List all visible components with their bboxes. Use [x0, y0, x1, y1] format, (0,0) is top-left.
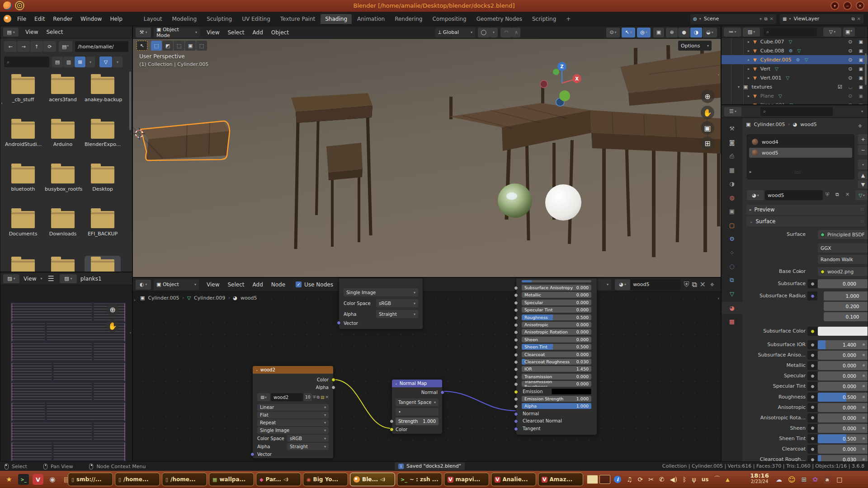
display-horizontal-list-button[interactable]: ▥: [63, 56, 74, 67]
workspace-tab-plus[interactable]: +: [561, 14, 575, 24]
bsdf-slider-transmission[interactable]: Transmission0.000: [522, 374, 591, 380]
node-image-texture-partial[interactable]: Single Image▾ Color Space sRGB▾ Alpha St…: [339, 278, 423, 329]
pin-icon[interactable]: ⌖: [760, 16, 762, 22]
back-button[interactable]: ←: [4, 41, 17, 52]
socket-button[interactable]: [807, 393, 817, 402]
keyframe-dot[interactable]: [863, 427, 865, 429]
folder-desktop[interactable]: Desktop: [85, 166, 121, 192]
object-icon[interactable]: ▼: [753, 94, 757, 99]
gizmos-toggle-button[interactable]: ↖▾: [622, 28, 635, 38]
properties-tab-constraints[interactable]: ⧉: [722, 274, 742, 286]
properties-search-input[interactable]: ⌕: [760, 107, 833, 116]
bsdf-tangent-socket[interactable]: [514, 427, 518, 431]
menu-edit[interactable]: Edit: [30, 16, 49, 22]
display-size-dropdown[interactable]: ▾: [86, 56, 95, 67]
taskbar-window-zsh[interactable]: >_~ : zsh ...: [397, 473, 442, 486]
folder-bluetooth[interactable]: bluetooth: [5, 166, 41, 192]
workspace-tab-animation[interactable]: Animation: [353, 14, 389, 24]
expand-icon[interactable]: ▸: [748, 40, 750, 44]
scene-selector[interactable]: ◍ ▾ Scene ⌖ ⧉ ✕: [690, 14, 776, 24]
folder-cb-stuff[interactable]: _cb_stuff: [5, 77, 41, 103]
tray-phone[interactable]: ✆: [659, 476, 665, 483]
expand-icon[interactable]: ▾: [738, 85, 740, 89]
viewport-menu-add[interactable]: Add: [249, 29, 267, 36]
copy-material-icon[interactable]: ⧉: [692, 280, 697, 289]
workspace-tab-texture-paint[interactable]: Texture Paint: [276, 14, 320, 24]
properties-tab-material[interactable]: ◕: [722, 302, 742, 314]
prop-slider-anisotropic[interactable]: 0.000: [818, 403, 868, 412]
taskbar-window-amaz[interactable]: VAmaz...: [538, 473, 583, 486]
mesh-data-icon[interactable]: ▽: [805, 57, 808, 62]
mesh-data-icon[interactable]: ▽: [797, 48, 801, 53]
workspace-tab-layout[interactable]: Layout: [139, 14, 167, 24]
folder-arduino[interactable]: Arduino: [45, 122, 81, 147]
folder-anakey-backup[interactable]: anakey-backup: [85, 77, 121, 103]
outliner-row-cube-008[interactable]: ▸▼Cube.008⚙▽⊙▣: [722, 46, 868, 55]
object-name[interactable]: Cylinder.005: [760, 57, 792, 63]
properties-tab-data[interactable]: ▽: [722, 288, 742, 300]
outliner-row-cube-007[interactable]: ▸▼Cube.007▽⊙▣: [722, 38, 868, 46]
modifier-wrench-icon[interactable]: ⚙: [789, 48, 793, 53]
tray-smiley[interactable]: ☺: [788, 475, 796, 484]
bsdf-slider-roughness[interactable]: Roughness0.500: [522, 314, 591, 320]
bsdf-normal-socket[interactable]: [514, 412, 518, 416]
properties-tab-texture[interactable]: ▩: [722, 315, 742, 328]
folder-partial[interactable]: [45, 256, 81, 272]
node-editor-menu-add[interactable]: Add: [249, 282, 267, 288]
mesh-data-icon[interactable]: ▽: [778, 94, 782, 99]
folder-blenderexpo[interactable]: BlenderExpo...: [85, 122, 121, 147]
bsdf-slider-emission-strength[interactable]: Emission Strength1.000: [522, 396, 591, 402]
launcher-video-app[interactable]: V: [33, 474, 43, 485]
workspace-tab-modeling[interactable]: Modeling: [168, 14, 202, 24]
wood2-dropdown-single-image[interactable]: Single Image▾: [257, 427, 329, 434]
tray-keyboard-layout[interactable]: us: [702, 476, 709, 483]
folder-partial[interactable]: [5, 256, 41, 272]
unlink-icon[interactable]: ✕: [325, 395, 329, 399]
file-browser-scrollbar[interactable]: [129, 71, 131, 130]
clock[interactable]: 18:16 2/23/24: [747, 472, 772, 484]
bsdf-slider-clearcoat-roughness[interactable]: Clearcoat Roughness0.030: [522, 359, 591, 365]
hide-eye-icon[interactable]: ⊙: [848, 66, 852, 72]
properties-tab-world[interactable]: ◍: [722, 192, 742, 204]
tray-weather[interactable]: ☁: [776, 476, 782, 483]
hide-eye-icon[interactable]: ⊙: [848, 93, 852, 99]
prop-slider-clearcoat-rough[interactable]: 0.030: [818, 455, 868, 461]
copy-icon[interactable]: ⧉: [764, 16, 767, 22]
bsdf-slider-transmission-roughness[interactable]: Transmission Roughness0.000: [522, 381, 591, 387]
mesh-data-icon[interactable]: ▽: [775, 66, 778, 71]
viewport-camera-button[interactable]: ▣: [701, 121, 714, 135]
workspace-tab-shading[interactable]: Shading: [321, 14, 352, 24]
bsdf-slider-anisotropic[interactable]: Anisotropic0.000: [522, 322, 591, 328]
bsdf-slider-metallic[interactable]: Metallic0.000: [522, 292, 591, 298]
node-editor-menu-view[interactable]: View: [203, 282, 223, 288]
visibility-dropdown[interactable]: ⊙▾: [606, 28, 620, 38]
snap-toggle-button[interactable]: ◯: [478, 28, 490, 38]
copy-icon[interactable]: ⧉: [317, 395, 320, 400]
select-mode-5-button[interactable]: ⬚: [196, 41, 207, 51]
viewport-zoom-button[interactable]: ⊕: [701, 89, 714, 103]
viewport-pan-button[interactable]: ✋: [701, 106, 714, 119]
image-source-dropdown[interactable]: Single Image▾: [344, 288, 418, 296]
sidebar-collapse-icon[interactable]: ‹: [717, 72, 719, 77]
bsdf-sheen-socket[interactable]: [514, 338, 518, 342]
holdout-icon[interactable]: ◡: [849, 84, 853, 89]
node-principled-bsdf[interactable]: Subsurface Anisotropy0.000Metallic0.000S…: [516, 278, 597, 435]
properties-tab-scene[interactable]: ◑: [722, 178, 742, 190]
tray-updates[interactable]: ⟳: [638, 476, 643, 483]
disable-render-camera-icon[interactable]: ▣: [859, 84, 863, 89]
folder-acers3fand[interactable]: acers3fand: [45, 77, 81, 103]
bsdf-slider-clearcoat[interactable]: Clearcoat0.000: [522, 352, 591, 357]
object-icon[interactable]: ▼: [753, 75, 757, 80]
open-image-icon[interactable]: ▤: [321, 395, 325, 399]
file-browser-expand-icon[interactable]: ›: [1, 101, 3, 105]
outliner-row-textures[interactable]: ▾▣textures☑◡▣: [722, 82, 868, 91]
xray-toggle-button[interactable]: ▣: [653, 28, 664, 38]
color-output-socket[interactable]: [331, 378, 335, 382]
fake-user-shield-icon[interactable]: ⛨: [684, 280, 689, 289]
snap-dropdown[interactable]: ▾: [490, 28, 498, 38]
alpha-mode-dropdown[interactable]: Straight▾: [376, 310, 418, 318]
color-space-dropdown[interactable]: sRGB▾: [287, 435, 329, 442]
fake-user-shield-icon[interactable]: ⛨: [826, 192, 829, 197]
taskbar-window-big-yo[interactable]: ◉Big Yo...: [303, 473, 348, 486]
select-mode-3-button[interactable]: ⬚: [174, 41, 184, 51]
